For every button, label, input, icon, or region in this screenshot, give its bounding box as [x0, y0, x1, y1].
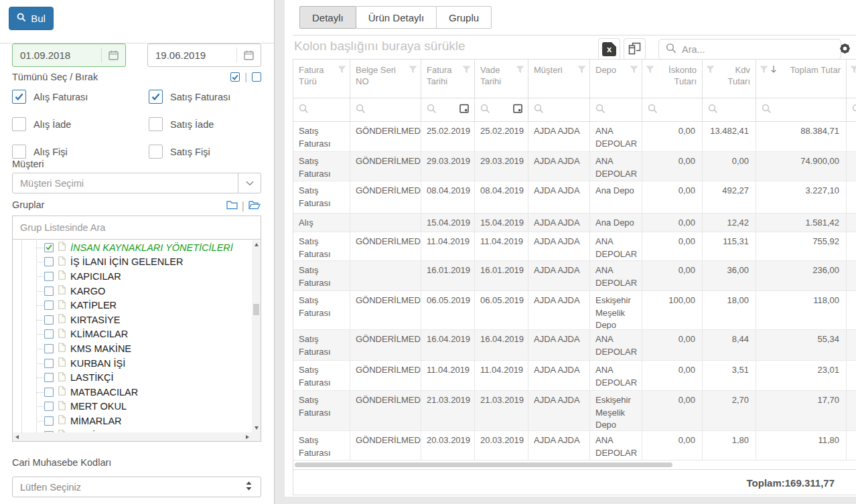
- group-search-input[interactable]: [13, 216, 261, 240]
- calendar-icon[interactable]: [459, 104, 469, 116]
- scroll-left-icon[interactable]: [13, 432, 21, 441]
- group-by-panel[interactable]: Kolon başlığını buraya sürükle: [294, 39, 466, 54]
- invoice-type-checkbox-5[interactable]: Alış Fişi: [12, 145, 149, 159]
- unchecked-checkbox-icon[interactable]: [44, 416, 54, 426]
- unchecked-checkbox-icon[interactable]: [44, 344, 54, 353]
- filter-funnel-icon[interactable]: [516, 65, 524, 76]
- select-all-icon[interactable]: [230, 72, 240, 82]
- filter-funnel-icon[interactable]: [646, 65, 654, 76]
- table-row[interactable]: Satış FaturasıGÖNDERİLMEDİ06.05.201906.0…: [293, 291, 856, 330]
- tree-item[interactable]: KARGO: [13, 284, 252, 299]
- scroll-right-icon[interactable]: [243, 432, 252, 441]
- unchecked-checkbox-icon[interactable]: [44, 257, 54, 266]
- table-row[interactable]: Satış FaturasıGÖNDERİLMEDİ21.03.201921.0…: [293, 391, 856, 431]
- tab-detaylı[interactable]: Detaylı: [299, 6, 356, 29]
- filter-funnel-icon[interactable]: [630, 65, 638, 76]
- filter-cell-Toplam Tutar[interactable]: [756, 98, 847, 121]
- checked-checkbox-icon[interactable]: [44, 243, 54, 252]
- filter-cell-Depo[interactable]: [590, 98, 642, 121]
- filter-cell-Belge Seri NO[interactable]: [350, 98, 421, 121]
- accounting-codes-select[interactable]: Lütfen Seçiniz: [12, 477, 261, 497]
- filter-funnel-icon[interactable]: [338, 65, 346, 76]
- filter-cell-İskonto Tutarı[interactable]: [642, 98, 703, 121]
- scroll-up-icon[interactable]: [252, 240, 261, 249]
- tree-item[interactable]: KATİPLER: [13, 298, 252, 313]
- filter-cell-Fatura Tarihi[interactable]: [421, 98, 475, 121]
- column-header-Fatura Türü[interactable]: Fatura Türü: [293, 60, 350, 98]
- invoice-type-checkbox-1[interactable]: Alış Faturası: [12, 90, 149, 104]
- filter-cell-Müşteri[interactable]: [528, 98, 590, 121]
- unchecked-checkbox-icon[interactable]: [12, 117, 26, 131]
- chevron-down-icon[interactable]: [238, 173, 261, 193]
- table-row[interactable]: Satış Faturası16.01.201916.01.2019AJDA A…: [293, 261, 856, 291]
- column-chooser-button[interactable]: [624, 38, 646, 60]
- table-row[interactable]: Satış FaturasıGÖNDERİLMEDİ08.04.201908.0…: [293, 181, 856, 214]
- date-from-input[interactable]: [13, 50, 101, 61]
- filter-funnel-icon[interactable]: [850, 65, 856, 76]
- tree-item[interactable]: KURBAN İŞİ: [13, 356, 252, 371]
- folder-open-icon[interactable]: [248, 200, 261, 212]
- calendar-icon[interactable]: [236, 48, 261, 63]
- unchecked-checkbox-icon[interactable]: [44, 373, 54, 382]
- grid-hscroll-thumb[interactable]: [295, 463, 672, 467]
- filter-cell-Kdv Tutarı[interactable]: [703, 98, 756, 121]
- tree-item[interactable]: MİMARLAR: [13, 414, 252, 428]
- tree-vertical-scrollbar[interactable]: [252, 240, 261, 432]
- unchecked-checkbox-icon[interactable]: [44, 272, 54, 281]
- column-header-Belge Seri NO[interactable]: Belge Seri NO: [350, 60, 421, 98]
- table-row[interactable]: Satış FaturasıGÖNDERİLMEDİ29.03.201929.0…: [293, 152, 856, 181]
- filter-funnel-icon[interactable]: [577, 65, 586, 76]
- tree-item[interactable]: LASTİKÇİ: [13, 370, 252, 385]
- filter-cell-Vade Tarihi[interactable]: [475, 98, 528, 121]
- column-header-Toplam Tutar[interactable]: Toplam Tutar: [756, 60, 847, 98]
- date-to-input[interactable]: [148, 50, 236, 61]
- unchecked-checkbox-icon[interactable]: [44, 359, 54, 368]
- checked-checkbox-icon[interactable]: [149, 90, 163, 104]
- tab-gruplu[interactable]: Gruplu: [436, 6, 492, 29]
- table-row[interactable]: Satış FaturasıGÖNDERİLMEDİ11.04.201911.0…: [293, 232, 856, 261]
- invoice-type-checkbox-6[interactable]: Satış Fişi: [149, 145, 261, 159]
- tree-item[interactable]: MATBAACILAR: [13, 385, 252, 400]
- column-header-partial[interactable]: [847, 60, 856, 98]
- column-header-Depo[interactable]: Depo: [590, 60, 642, 98]
- filter-cell-Fatura Türü[interactable]: [293, 98, 350, 121]
- tree-item[interactable]: KAPICILAR: [13, 269, 252, 284]
- column-header-İskonto Tutarı[interactable]: İskonto Tutarı: [642, 60, 703, 98]
- unchecked-checkbox-icon[interactable]: [12, 145, 26, 159]
- column-header-Vade Tarihi[interactable]: Vade Tarihi: [475, 60, 528, 98]
- tree-item[interactable]: MERT OKUL: [13, 400, 252, 414]
- folder-closed-icon[interactable]: [226, 200, 238, 212]
- tree-horizontal-scrollbar[interactable]: [13, 432, 252, 441]
- column-header-Müşteri[interactable]: Müşteri: [528, 60, 590, 98]
- filter-cell-partial[interactable]: [847, 98, 856, 121]
- unchecked-checkbox-icon[interactable]: [149, 117, 163, 131]
- unchecked-checkbox-icon[interactable]: [44, 329, 54, 339]
- scroll-down-icon[interactable]: [252, 424, 261, 432]
- unchecked-checkbox-icon[interactable]: [44, 301, 54, 310]
- export-excel-button[interactable]: x: [598, 38, 620, 60]
- table-row[interactable]: Satış FaturasıGÖNDERİLMEDİ16.04.201916.0…: [293, 330, 856, 361]
- calendar-icon[interactable]: [513, 104, 522, 116]
- calendar-icon[interactable]: [101, 48, 125, 63]
- filter-funnel-icon[interactable]: [760, 65, 768, 76]
- tab-ürün-detaylı[interactable]: Ürün Detaylı: [356, 6, 437, 29]
- tree-item[interactable]: İŞ İLANI İÇİN GELENLER: [13, 255, 252, 270]
- invoice-type-checkbox-3[interactable]: Alış İade: [12, 117, 149, 131]
- filter-funnel-icon[interactable]: [706, 65, 715, 76]
- table-row[interactable]: Alış Faturası15.04.201915.04.2019AJDA AJ…: [293, 214, 856, 232]
- deselect-all-icon[interactable]: [252, 72, 261, 82]
- grid-horizontal-scrollbar[interactable]: [293, 460, 856, 469]
- tree-item[interactable]: KMS MAKİNE: [13, 341, 252, 356]
- tree-vscroll-thumb[interactable]: [253, 304, 259, 315]
- table-row[interactable]: Satış FaturasıGÖNDERİLMEDİ25.02.201925.0…: [293, 122, 856, 152]
- filter-funnel-icon[interactable]: [409, 65, 417, 76]
- find-button[interactable]: Bul: [9, 7, 54, 30]
- unchecked-checkbox-icon[interactable]: [44, 402, 54, 411]
- grid-search-input[interactable]: [682, 44, 834, 55]
- invoice-type-checkbox-2[interactable]: Satış Faturası: [149, 90, 261, 104]
- tree-item[interactable]: KIRTASİYE: [13, 313, 252, 327]
- updown-spinner-icon[interactable]: [245, 481, 253, 493]
- customer-select[interactable]: Müşteri Seçimi: [12, 173, 261, 193]
- filter-funnel-icon[interactable]: [462, 65, 471, 76]
- column-header-Fatura Tarihi[interactable]: Fatura Tarihi: [421, 60, 475, 98]
